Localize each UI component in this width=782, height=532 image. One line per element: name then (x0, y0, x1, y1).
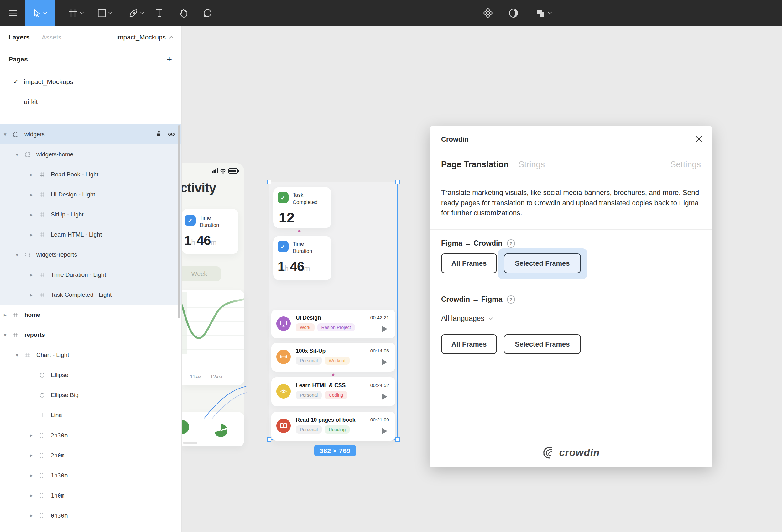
code-icon: </> (276, 384, 291, 398)
figma-to-crowdin-selected-frames-button[interactable]: Selected Frames (504, 253, 581, 273)
disclosure-closed-icon[interactable]: ▸ (30, 191, 39, 198)
play-icon[interactable] (382, 393, 387, 400)
pen-tool-button[interactable] (122, 0, 151, 26)
layer-row-widgets-reports[interactable]: ▾widgets-reports (0, 245, 181, 265)
tag-row: PersonalReading (296, 425, 350, 434)
disclosure-open-icon[interactable]: ▾ (16, 352, 25, 358)
disclosure-closed-icon[interactable]: ▸ (4, 312, 13, 318)
disclosure-closed-icon[interactable]: ▸ (30, 171, 39, 178)
layer-row-task-completed-light[interactable]: ▸Task Completed - Light (0, 285, 181, 305)
unlock-icon[interactable] (156, 131, 162, 139)
selection-handle-nw[interactable] (267, 180, 271, 184)
play-icon[interactable] (382, 428, 387, 434)
play-icon[interactable] (382, 359, 387, 365)
help-icon[interactable]: ? (507, 295, 515, 304)
help-icon[interactable]: ? (507, 239, 515, 248)
hours-unit: h (284, 264, 289, 273)
hand-icon (180, 9, 188, 17)
tab-layers[interactable]: Layers (8, 34, 30, 41)
layer-row-ui-design-light[interactable]: ▸UI Design - Light (0, 184, 181, 205)
layer-row-reports[interactable]: ▾reports (0, 325, 181, 345)
tab-strings[interactable]: Strings (519, 160, 545, 170)
layer-row-line[interactable]: Line (0, 405, 181, 425)
text-tool-button[interactable] (150, 0, 168, 26)
time-duration-widget: ✓ Time Duration 1h 46m (182, 209, 239, 254)
divider (430, 440, 712, 440)
disclosure-open-icon[interactable]: ▾ (16, 252, 25, 258)
boolean-tool-button[interactable] (531, 0, 557, 26)
layer-row-0h30m[interactable]: ▸0h30m (0, 505, 181, 525)
layer-row-1h30m[interactable]: ▸1h30m (0, 465, 181, 485)
layer-row-ellipse-big[interactable]: Ellipse Big (0, 385, 181, 405)
disclosure-closed-icon[interactable]: ▸ (30, 272, 39, 278)
layer-row-home[interactable]: ▸home (0, 305, 181, 325)
layer-row-read-book-light[interactable]: ▸Read Book - Light (0, 165, 181, 184)
disclosure-closed-icon[interactable]: ▸ (30, 232, 39, 238)
layer-row-1h0m[interactable]: ▸1h0m (0, 485, 181, 505)
disclosure-closed-icon[interactable]: ▸ (30, 512, 39, 519)
page-item-ui-kit[interactable]: ui-kit (0, 92, 181, 112)
mask-tool-button[interactable] (504, 0, 523, 26)
disclosure-closed-icon[interactable]: ▸ (30, 452, 39, 459)
section-title: Figma → Crowdin (441, 239, 502, 248)
monitor-icon (276, 316, 291, 331)
layer-row-ellipse[interactable]: Ellipse (0, 365, 181, 385)
selected-frame-widgets[interactable]: ✓ Task Completed 12 ✓ Time Duration 1h 4… (270, 182, 397, 439)
component-tool-button[interactable] (478, 0, 498, 26)
selection-handle-ne[interactable] (395, 180, 400, 184)
disclosure-closed-icon[interactable]: ▸ (30, 432, 39, 439)
hamburger-icon (9, 10, 17, 16)
chevron-up-icon (169, 36, 174, 39)
tab-page-translation[interactable]: Page Translation (441, 160, 509, 170)
layer-row-chart-light[interactable]: ▾Chart - Light (0, 345, 181, 365)
status-bar-icons (212, 167, 241, 175)
mask-icon (509, 8, 518, 18)
sidebar-scrollbar[interactable] (178, 125, 180, 318)
disclosure-closed-icon[interactable]: ▸ (30, 472, 39, 479)
language-dropdown[interactable]: All languages (441, 314, 493, 323)
dumbbell-icon (276, 350, 291, 364)
layer-row-2h0m[interactable]: ▸2h0m (0, 445, 181, 465)
figma-to-crowdin-all-frames-button[interactable]: All Frames (441, 253, 497, 273)
layer-row-2h30m[interactable]: ▸2h30m (0, 425, 181, 445)
selection-handle-se[interactable] (395, 437, 400, 442)
disclosure-open-icon[interactable]: ▾ (4, 131, 13, 138)
frame-layer-icon (39, 232, 49, 238)
crowdin-to-figma-all-frames-button[interactable]: All Frames (441, 334, 497, 354)
check-icon: ✓ (278, 192, 289, 203)
tab-settings[interactable]: Settings (670, 160, 701, 170)
layer-row-learn-html-light[interactable]: ▸Learn HTML - Light (0, 225, 181, 245)
disclosure-open-icon[interactable]: ▾ (16, 151, 25, 158)
tag-personal: Personal (296, 425, 322, 434)
selection-handle-sw[interactable] (267, 437, 271, 442)
disclosure-closed-icon[interactable]: ▸ (30, 211, 39, 218)
eye-icon[interactable] (168, 132, 175, 138)
crowdin-to-figma-selected-frames-button[interactable]: Selected Frames (504, 334, 581, 354)
chevron-down-icon (108, 11, 112, 14)
frame-tool-button[interactable] (63, 0, 90, 26)
add-page-button[interactable]: + (166, 53, 172, 66)
layer-row-widgets[interactable]: ▾widgets (0, 125, 181, 144)
disclosure-open-icon[interactable]: ▾ (4, 332, 13, 339)
layer-row-widgets-home[interactable]: ▾widgets-home (0, 144, 181, 165)
check-icon: ✓ (278, 241, 289, 252)
close-icon[interactable] (695, 135, 703, 143)
hand-tool-button[interactable] (174, 0, 193, 26)
task-card-learn-html-css: </>Learn HTML & CSSPersonalCoding00:24:5… (271, 377, 395, 406)
tag-reading: Reading (325, 425, 350, 434)
tab-assets[interactable]: Assets (42, 34, 61, 41)
disclosure-closed-icon[interactable]: ▸ (30, 292, 39, 298)
disclosure-closed-icon[interactable]: ▸ (30, 492, 39, 499)
main-menu-button[interactable] (4, 0, 22, 26)
file-menu[interactable]: impact_Mockups (116, 34, 174, 41)
shape-tool-button[interactable] (92, 0, 118, 26)
minutes-unit: m (211, 239, 216, 247)
pages-list: ✓impact_Mockupsui-kit (0, 72, 181, 112)
play-icon[interactable] (382, 326, 387, 332)
page-item-impact-mockups[interactable]: ✓impact_Mockups (0, 72, 181, 92)
task-time: 00:42:21 (370, 315, 389, 321)
layer-row-situp-light[interactable]: ▸SitUp - Light (0, 205, 181, 225)
move-tool-button[interactable] (25, 0, 55, 26)
layer-row-time-duration-light[interactable]: ▸Time Duration - Light (0, 265, 181, 285)
comment-tool-button[interactable] (198, 0, 217, 26)
